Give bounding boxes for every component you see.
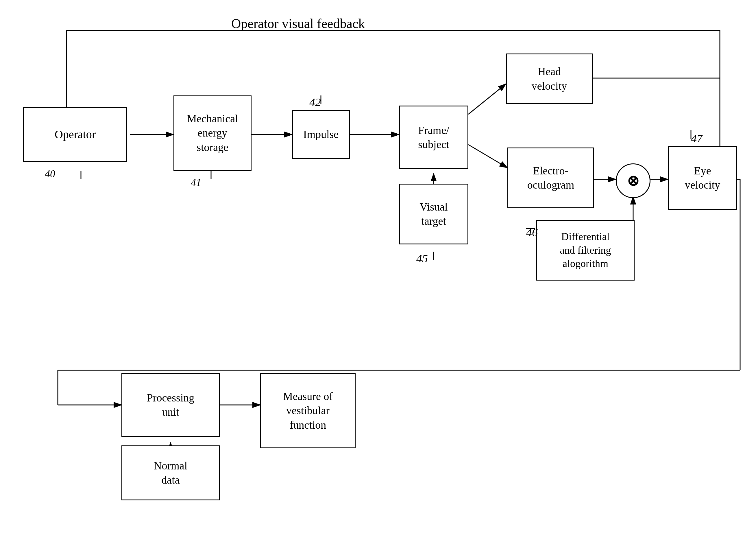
- electrooculogram-box: Electro- oculogram: [507, 148, 594, 208]
- operator-label: 40: [45, 168, 55, 180]
- impulse-box: Impulse: [292, 110, 350, 159]
- mechanical-label: 41: [191, 177, 201, 189]
- svg-line-9: [468, 84, 506, 114]
- visual-target-box: Visual target: [399, 184, 468, 244]
- eye-velocity-box: Eye velocity: [668, 146, 737, 210]
- measure-box: Measure of vestibular function: [260, 373, 356, 448]
- svg-line-10: [468, 145, 507, 168]
- diagram-title: Operator visual feedback: [231, 16, 365, 31]
- normal-data-box: Normal data: [121, 446, 220, 500]
- operator-box: Operator: [23, 107, 127, 162]
- differential-box: Differential and filtering alogorithm: [536, 220, 635, 281]
- frame-subject-box: Frame/ subject: [399, 105, 468, 169]
- mechanical-box: Mechanical energy storage: [173, 95, 252, 171]
- eye-velocity-number: 47: [691, 132, 702, 145]
- visual-target-number: 45: [416, 252, 428, 265]
- head-velocity-box: Head velocity: [506, 54, 593, 104]
- processing-unit-box: Processing unit: [121, 373, 220, 437]
- differential-number: 46: [526, 225, 538, 239]
- impulse-number: 42: [309, 95, 321, 109]
- multiply-circle: ⊗: [616, 163, 650, 198]
